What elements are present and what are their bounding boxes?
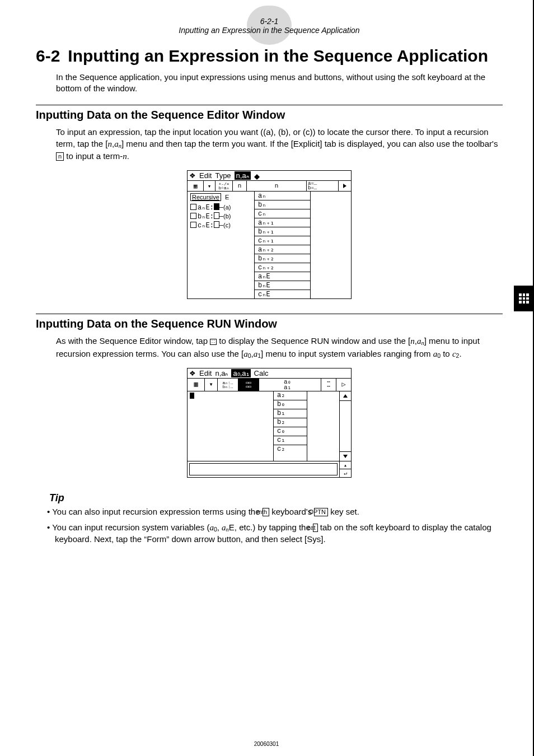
dropdown-item[interactable]: bₙ₊₂ <box>255 254 310 263</box>
settings-icon[interactable]: ❖ <box>189 369 196 377</box>
var-a: a <box>114 139 119 148</box>
input-row-b[interactable]: bₙE:―(b) <box>190 212 251 221</box>
page: 6-2-1 Inputting an Expression in the Seq… <box>0 0 534 756</box>
dropdown-item[interactable]: aₙE <box>255 272 310 281</box>
text: to <box>441 349 452 358</box>
dropdown-item[interactable]: bₙ₊₁ <box>255 227 310 236</box>
tool-n-button[interactable]: n <box>233 181 247 191</box>
scroll-up-small-icon[interactable]: ▴ <box>340 461 351 470</box>
fig2-scrollbar <box>340 391 351 461</box>
tool-dropdown-icon[interactable]: ▾ <box>204 181 216 191</box>
figure1-wrap: ❖ Edit Type n,aₙ ▦ ▾ +-/×b÷aₙ n n a=… b=… <box>36 170 503 299</box>
text: key set. <box>328 507 359 516</box>
dropdown-item[interactable]: aₙ <box>255 192 310 200</box>
mth-key: mth <box>263 508 269 516</box>
empty-box-icon <box>214 212 219 219</box>
tool-dropdown-icon[interactable]: ▾ <box>205 379 218 391</box>
header-title: Inputting an Expression in the Sequence … <box>36 26 503 35</box>
dropdown-item[interactable]: cₙ₊₂ <box>255 263 310 272</box>
divider <box>36 314 503 314</box>
text: You can input recursion system variables… <box>52 522 209 532</box>
tool-icon[interactable]: ▦ <box>188 379 205 391</box>
var: a <box>243 349 248 358</box>
dropdown-item[interactable]: cₙ <box>255 209 310 218</box>
toolbar-n-key: n <box>56 152 64 161</box>
page-header: 6-2-1 Inputting an Expression in the Seq… <box>36 17 503 35</box>
checkbox-icon[interactable] <box>190 204 196 210</box>
checkbox-icon[interactable] <box>190 213 196 219</box>
menu-nan[interactable]: n,aₙ <box>215 369 228 377</box>
dropdown-item[interactable]: c₁ <box>274 436 307 445</box>
side-tab-icon[interactable] <box>514 286 534 311</box>
tab-explicit-e[interactable]: E <box>225 194 229 200</box>
dropdown-item[interactable]: b₂ <box>274 418 307 427</box>
figure1: ❖ Edit Type n,aₙ ▦ ▾ +-/×b÷aₙ n n a=… b=… <box>187 170 352 299</box>
tool-icon[interactable]: ▦ <box>188 181 204 191</box>
text: b=… <box>308 186 317 190</box>
text: . <box>127 151 129 161</box>
tool-scroll-right-icon[interactable]: ▷ <box>336 379 351 391</box>
dropdown-item[interactable]: aₙ₊₁ <box>255 218 310 227</box>
label: cₙE: <box>198 222 214 230</box>
fig2-inputbar: ▴ ↵ <box>188 461 351 477</box>
tool-dots-icon[interactable]: ⋯⋯ <box>321 379 336 391</box>
annotation-a: (a) <box>223 204 231 211</box>
scroll-track[interactable] <box>340 401 351 451</box>
text: . <box>459 349 461 358</box>
header-number: 6-2-1 <box>36 17 503 26</box>
menu-edit[interactable]: Edit <box>199 369 212 377</box>
tab-recursive[interactable]: Recursive <box>190 193 221 201</box>
fig2-body: a₂ b₀ b₁ b₂ c₀ c₁ c₂ <box>188 391 351 461</box>
text: ] menu and then tap the term you want. I… <box>121 139 498 148</box>
scroll-down-icon[interactable] <box>340 451 351 461</box>
dropdown-header-n[interactable]: n <box>247 181 307 191</box>
text: , <box>217 522 222 532</box>
menu-edit[interactable]: Edit <box>199 171 212 180</box>
var: a <box>209 523 214 532</box>
menu-a0a1[interactable]: a₀,a₁ <box>231 369 250 377</box>
dd-top-item[interactable]: a₁ <box>284 385 318 390</box>
dropdown-item[interactable]: c₀ <box>274 427 307 436</box>
menu-type[interactable]: Type <box>215 171 231 180</box>
dropdown-item[interactable]: aₙ₊₂ <box>255 245 310 254</box>
input-row-a[interactable]: aₙE:―(a) <box>190 203 251 212</box>
section1-body: To input an expression, tap the input lo… <box>56 126 503 163</box>
var-n: n <box>123 152 127 161</box>
section2-body: As with the Sequence Editor window, tap … <box>56 335 503 360</box>
tool-anbn-icon[interactable]: aₙ:…bₙ:… <box>218 379 238 391</box>
dropdown-item[interactable]: b₁ <box>274 409 307 418</box>
fig2-toolbar: ▦ ▾ aₙ:…bₙ:… ▭▭▭▭ a₀ a₁ ⋯⋯ ▷ <box>188 379 351 391</box>
dropdown-item[interactable]: bₙ <box>255 200 310 209</box>
tool-arrow-right-icon[interactable] <box>339 181 351 191</box>
enter-small-icon[interactable]: ↵ <box>340 469 351 477</box>
dropdown-header: a₀ a₁ <box>259 379 321 391</box>
chapter-heading: 6-2 Inputting an Expression in the Seque… <box>36 46 503 66</box>
input-row-c[interactable]: cₙE:―(c) <box>190 221 251 230</box>
menu-nan[interactable]: n,aₙ <box>235 171 251 180</box>
checkbox-icon[interactable] <box>190 222 196 228</box>
tip-list: You can also input recursion expression … <box>47 506 503 545</box>
var-n: n <box>108 139 113 148</box>
settings-icon[interactable]: ❖ <box>189 171 196 180</box>
chapter-title: Inputting an Expression in the Sequence … <box>68 46 503 66</box>
fig2-input-area[interactable] <box>188 391 274 461</box>
diamond-icon[interactable] <box>254 171 260 177</box>
dropdown-item[interactable]: c₂ <box>274 445 307 454</box>
dropdown-item[interactable]: cₙE <box>255 290 310 298</box>
dropdown-item[interactable]: b₀ <box>274 400 307 409</box>
input-field[interactable] <box>189 463 338 475</box>
text: keyboard's <box>269 507 314 516</box>
tool-frac-icon[interactable]: +-/×b÷aₙ <box>216 181 233 191</box>
dropdown-item[interactable]: cₙ₊₁ <box>255 236 310 245</box>
tool-sys-icon[interactable]: ▭▭▭▭ <box>238 379 259 391</box>
cursor-icon <box>214 203 219 210</box>
empty-box-icon <box>214 221 219 228</box>
tip-heading: Tip <box>49 492 503 504</box>
dropdown-item[interactable]: bₙE <box>255 281 310 290</box>
tool-ab-icon[interactable]: a=… b=… <box>307 181 339 191</box>
dropdown-item[interactable]: a₂ <box>274 391 307 400</box>
menu-calc[interactable]: Calc <box>254 369 269 377</box>
text: E <box>229 522 235 532</box>
figure2-wrap: ❖ Edit n,aₙ a₀,a₁ Calc ▦ ▾ aₙ:…bₙ:… ▭▭▭▭… <box>36 368 503 478</box>
scroll-up-icon[interactable] <box>340 391 351 401</box>
